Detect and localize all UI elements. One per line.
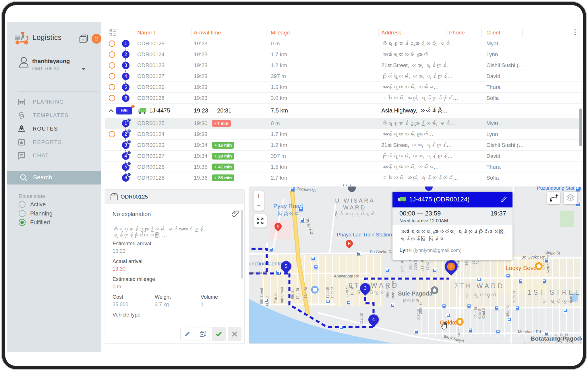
table-row[interactable]: !3 ODR00123 19:23 1.2 km 21st Street, လသ… xyxy=(105,60,582,71)
user-menu-caret-icon[interactable] xyxy=(81,68,86,70)
bus-stop-icon xyxy=(385,268,389,273)
address: 21st Street, လသာ, ရန်ကုန်… xyxy=(381,142,452,148)
pencil-icon xyxy=(184,331,190,337)
map-label: Junction Centre xyxy=(249,261,284,267)
col-header-address[interactable]: Address xyxy=(381,30,401,36)
col-header-phone[interactable]: Phone xyxy=(449,30,465,36)
select-list-icon[interactable] xyxy=(109,29,117,36)
collapse-chevron-icon[interactable] xyxy=(109,109,114,114)
route-curve-icon xyxy=(549,194,558,202)
order-name: ODR00127 xyxy=(137,73,165,79)
route-view-button[interactable] xyxy=(547,192,560,204)
sidebar-item-planning[interactable]: PLANNING xyxy=(7,95,101,108)
help-pages-icon[interactable]: ? xyxy=(79,34,89,44)
col-header-arrival[interactable]: Arrival time xyxy=(194,30,221,36)
panel-resize-handle[interactable] xyxy=(342,184,352,187)
calendar-icon xyxy=(18,98,26,106)
route-group-row[interactable]: 6/6 1J-4475 19:23 — 20:31 7.5 km Asia Hi… xyxy=(105,104,582,118)
address: အနော်ရထာလမ်း, လမ်းမ… xyxy=(381,84,439,90)
detail-address: တိရစ္ဆာန်ဥယျာဉ်လမ်း, မဂ်လာတောင်ညွန့်, ရန… xyxy=(113,226,236,238)
user-name: thanhtayaung xyxy=(32,58,70,65)
sidebar-item-templates[interactable]: TEMPLATES xyxy=(7,109,101,122)
table-row[interactable]: !1 ODR00125 19:23 0 m တိရစ္ဆာန်ဥယျာဉ်လမ်… xyxy=(105,38,582,49)
mileage: 1.7 km xyxy=(271,51,287,58)
arrival-time: 19:23 xyxy=(194,73,208,79)
zoom-out-button[interactable]: − xyxy=(254,201,264,211)
layers-button[interactable] xyxy=(564,192,577,204)
map-label: ၇ ရပ်ကွက် xyxy=(464,292,496,298)
map-marker-5[interactable]: 5 xyxy=(279,259,293,274)
bus-stop-icon xyxy=(347,301,351,305)
warning-marker-glyph: ! xyxy=(447,263,455,271)
close-button[interactable] xyxy=(228,327,241,341)
table-row[interactable]: !2 ODR00124 19:23 1.7 km အနော်ရထာလမ်း, က… xyxy=(105,49,582,60)
sidebar-item-routes[interactable]: ROUTES xyxy=(7,122,101,135)
edit-button[interactable] xyxy=(180,327,194,341)
mileage: 2.7 km xyxy=(271,175,287,181)
table-row[interactable]: !6 ODR00128 19:23 3.0 km ငဝါလမ်း, အလုံ, … xyxy=(105,93,582,104)
radio-circle xyxy=(19,201,26,208)
warning-icon: ! xyxy=(109,95,115,101)
notification-badge[interactable]: 2 xyxy=(92,34,101,44)
current-time: 19:37 xyxy=(490,210,506,217)
app-title: Logistics xyxy=(32,33,62,42)
mileage: 1.5 km xyxy=(271,164,287,170)
address: ငဝါလမ်း, အလုံ, ရန်ကုန်တိုင်း… xyxy=(381,95,458,101)
routes-icon xyxy=(18,125,26,133)
table-scrollbar[interactable] xyxy=(579,108,582,146)
street-label: 54th St xyxy=(559,333,563,343)
sidebar-item-chat[interactable]: CHAT xyxy=(7,149,101,162)
confirm-button[interactable] xyxy=(212,327,226,341)
fullscreen-button[interactable] xyxy=(254,214,267,228)
bus-stop-icon xyxy=(496,330,500,334)
bus-stop-icon xyxy=(446,313,450,318)
table-kebab-menu-icon[interactable] xyxy=(574,29,576,36)
address: တိရစ္ဆာန်ဥယျာဉ်လမ်း, မဂ်… xyxy=(381,40,455,47)
no-explanation-text: No explanation xyxy=(113,211,151,217)
duplicate-button[interactable] xyxy=(196,327,210,341)
store-pin xyxy=(311,286,319,294)
route-status-dot xyxy=(131,105,135,108)
search-button[interactable]: Search xyxy=(7,171,101,184)
panel-scrollbar[interactable] xyxy=(241,210,243,279)
table-row[interactable]: 4✓ ODR00127 19:34 + 28 min 397 m ဗိုလ်ရွ… xyxy=(105,151,582,162)
zoom-in-button[interactable]: + xyxy=(254,191,264,201)
field-value: 19:23 xyxy=(113,248,125,254)
map-marker-4[interactable]: 4 xyxy=(366,312,381,327)
stop-number: 4 xyxy=(122,73,129,80)
street-label: 30th St xyxy=(413,259,417,270)
field-label: Estimated mileage xyxy=(113,276,155,282)
sidebar-item-reports[interactable]: REPORTS xyxy=(7,136,101,149)
user-icon xyxy=(19,56,29,68)
col-header-mileage[interactable]: Mileage xyxy=(271,30,290,36)
hand-cursor xyxy=(440,321,449,331)
attachment-icon[interactable] xyxy=(231,210,239,218)
mileage: 0 m xyxy=(271,40,280,47)
edit-pencil-icon[interactable] xyxy=(500,196,507,203)
sidebar-item-label: REPORTS xyxy=(33,139,62,145)
table-row-selected[interactable]: 1✓ ODR00125 19:30 - 7 min 0 m တိရစ္ဆာန်ဥ… xyxy=(105,118,582,129)
table-row[interactable]: !5 ODR00126 19:23 1.5 km အနော်ရထာလမ်း, လ… xyxy=(105,82,582,93)
col-header-name[interactable]: Name ↑ xyxy=(137,30,156,36)
delay-badge: + 41 min xyxy=(212,164,234,170)
mileage: 3.0 km xyxy=(271,95,287,101)
sidebar-item-label: CHAT xyxy=(33,152,49,159)
map-label: ပြည်လမ်း xyxy=(277,211,299,217)
table-row[interactable]: !4 ODR00127 19:23 397 m ဗိုလ်ရွဲလမ်း, လသ… xyxy=(105,71,582,82)
radio-label: Fulfilled xyxy=(30,219,50,226)
table-row[interactable]: 5✓ ODR00126 19:35 + 41 min 1.5 km အနော်ရ… xyxy=(105,162,582,172)
arrival-time: 19:23 xyxy=(194,40,208,47)
col-header-client[interactable]: Client xyxy=(486,30,500,36)
arrival-time: 19:30 xyxy=(194,120,208,127)
map[interactable]: Pyay Road ပြည်လမ်း U WISARA WARD ဦးဝိစာရ… xyxy=(249,187,582,343)
table-row[interactable]: 3✓ ODR00123 19:34 + 16 min 1.2 km 21st S… xyxy=(105,140,582,151)
check-badge-icon: ✓ xyxy=(127,172,131,177)
map-marker-3[interactable]: 3 xyxy=(358,281,373,296)
bus-stop-icon xyxy=(276,270,280,274)
table-row[interactable]: ! 2✕ ODR00124 19:33 1.7 km အနော်ရထာလမ်း,… xyxy=(105,129,582,140)
radio-label: Active xyxy=(30,201,46,208)
table-row[interactable]: 6✓ ODR00128 19:36 + 55 min 2.7 km ငဝါလမ်… xyxy=(105,172,582,183)
order-name: ODR00125 xyxy=(137,120,165,127)
bus-stop-icon xyxy=(339,325,343,330)
bus-stop-icon xyxy=(515,306,519,310)
